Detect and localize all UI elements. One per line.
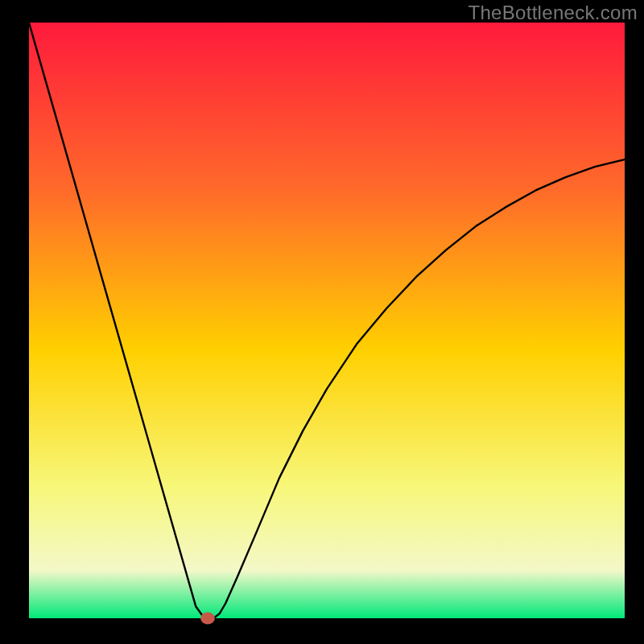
optimum-marker xyxy=(200,613,215,625)
bottleneck-chart xyxy=(0,0,644,644)
chart-container: TheBottleneck.com xyxy=(0,0,644,644)
attribution-text: TheBottleneck.com xyxy=(468,2,638,24)
chart-plot-background xyxy=(29,23,625,618)
